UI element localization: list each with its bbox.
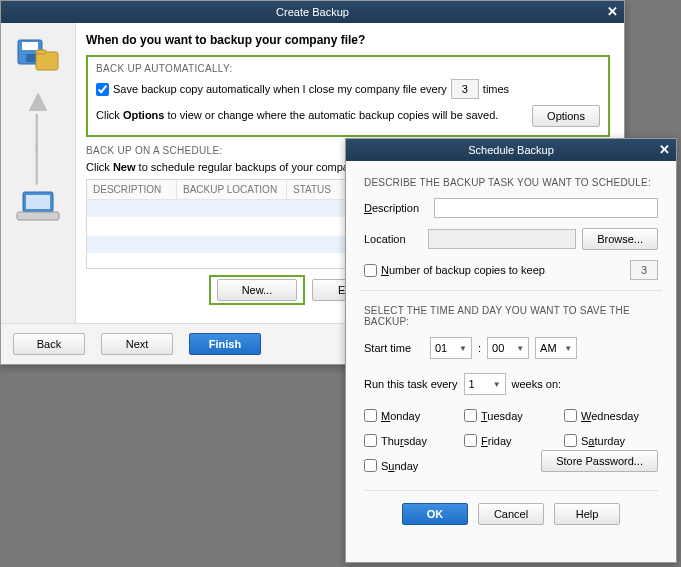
copies-input [630, 260, 658, 280]
schedule-backup-window: Schedule Backup ✕ DESCRIBE THE BACKUP TA… [345, 138, 677, 563]
day-tuesday[interactable]: Tuesday [464, 409, 558, 422]
auto-backup-times-input[interactable] [451, 79, 479, 99]
schedule-backup-titlebar: Schedule Backup ✕ [346, 139, 676, 161]
create-backup-titlebar: Create Backup ✕ [1, 1, 624, 23]
chevron-down-icon: ▼ [564, 344, 572, 353]
create-backup-title: Create Backup [276, 6, 349, 18]
description-label: Description [364, 202, 434, 214]
chevron-down-icon: ▼ [493, 380, 501, 389]
options-button[interactable]: Options [532, 105, 600, 127]
arrow-up-icon: ▲││ [1, 84, 75, 180]
saturday-checkbox[interactable] [564, 434, 577, 447]
finish-button[interactable]: Finish [189, 333, 261, 355]
run-every-pre: Run this task every [364, 378, 458, 390]
wizard-sidebar: ▲││ [1, 23, 76, 323]
chevron-down-icon: ▼ [516, 344, 524, 353]
copies-field: Number of backup copies to keep [364, 260, 658, 280]
back-button[interactable]: Back [13, 333, 85, 355]
hour-select[interactable]: 01▼ [430, 337, 472, 359]
ok-button[interactable]: OK [402, 503, 468, 525]
auto-backup-checkbox[interactable] [96, 83, 109, 96]
tuesday-checkbox[interactable] [464, 409, 477, 422]
day-wednesday[interactable]: Wednesday [564, 409, 658, 422]
time-heading: SELECT THE TIME AND DAY YOU WANT TO SAVE… [364, 305, 658, 327]
day-sunday[interactable]: Sunday [364, 459, 458, 472]
new-button[interactable]: New... [217, 279, 297, 301]
run-every-row: Run this task every 1▼ weeks on: [364, 373, 658, 395]
svg-rect-3 [36, 52, 58, 70]
svg-rect-7 [17, 212, 59, 220]
laptop-icon [13, 190, 63, 226]
chevron-down-icon: ▼ [459, 344, 467, 353]
col-location: BACKUP LOCATION [177, 180, 287, 199]
disk-folder-icon [16, 38, 60, 74]
new-button-highlight: New... [209, 275, 305, 305]
schedule-heading: BACK UP ON A SCHEDULE: [86, 145, 226, 156]
start-time-row: Start time 01▼ : 00▼ AM▼ [364, 337, 658, 359]
monday-checkbox[interactable] [364, 409, 377, 422]
description-input[interactable] [434, 198, 658, 218]
next-button[interactable]: Next [101, 333, 173, 355]
run-every-post: weeks on: [512, 378, 562, 390]
location-field: Location Browse... [364, 228, 658, 250]
day-monday[interactable]: Monday [364, 409, 458, 422]
auto-backup-group: BACK UP AUTOMATICALLY: Save backup copy … [86, 55, 610, 137]
schedule-backup-title: Schedule Backup [468, 144, 554, 156]
ampm-select[interactable]: AM▼ [535, 337, 577, 359]
svg-rect-4 [36, 50, 46, 54]
svg-rect-2 [26, 54, 36, 62]
day-thursday[interactable]: Thursday [364, 434, 458, 447]
store-password-button[interactable]: Store Password... [541, 450, 658, 472]
friday-checkbox[interactable] [464, 434, 477, 447]
browse-button[interactable]: Browse... [582, 228, 658, 250]
col-description: DESCRIPTION [87, 180, 177, 199]
close-icon[interactable]: ✕ [659, 139, 670, 161]
location-label: Location [364, 233, 428, 245]
separator [360, 290, 662, 291]
svg-rect-1 [22, 42, 38, 50]
close-icon[interactable]: ✕ [607, 1, 618, 23]
describe-heading: DESCRIBE THE BACKUP TASK YOU WANT TO SCH… [364, 177, 658, 188]
day-friday[interactable]: Friday [464, 434, 558, 447]
auto-backup-heading: BACK UP AUTOMATICALLY: [96, 63, 236, 74]
svg-rect-6 [26, 195, 50, 209]
minute-select[interactable]: 00▼ [487, 337, 529, 359]
auto-backup-row: Save backup copy automatically when I cl… [96, 79, 600, 99]
schedule-backup-body: DESCRIBE THE BACKUP TASK YOU WANT TO SCH… [346, 161, 676, 535]
location-input[interactable] [428, 229, 576, 249]
backup-question: When do you want to backup your company … [86, 33, 610, 47]
day-saturday[interactable]: Saturday [564, 434, 658, 447]
auto-options-text: Click Options to view or change where th… [96, 108, 532, 123]
help-button[interactable]: Help [554, 503, 620, 525]
auto-backup-label-pre: Save backup copy automatically when I cl… [113, 83, 447, 95]
cancel-button[interactable]: Cancel [478, 503, 544, 525]
auto-backup-label-post: times [483, 83, 509, 95]
start-time-label: Start time [364, 342, 424, 354]
copies-label: Number of backup copies to keep [381, 264, 630, 276]
sunday-checkbox[interactable] [364, 459, 377, 472]
weeks-select[interactable]: 1▼ [464, 373, 506, 395]
auto-options-row: Click Options to view or change where th… [96, 105, 600, 127]
copies-checkbox[interactable] [364, 264, 377, 277]
thursday-checkbox[interactable] [364, 434, 377, 447]
description-field: Description [364, 198, 658, 218]
wednesday-checkbox[interactable] [564, 409, 577, 422]
schedule-backup-footer: OK Cancel Help [364, 490, 658, 525]
